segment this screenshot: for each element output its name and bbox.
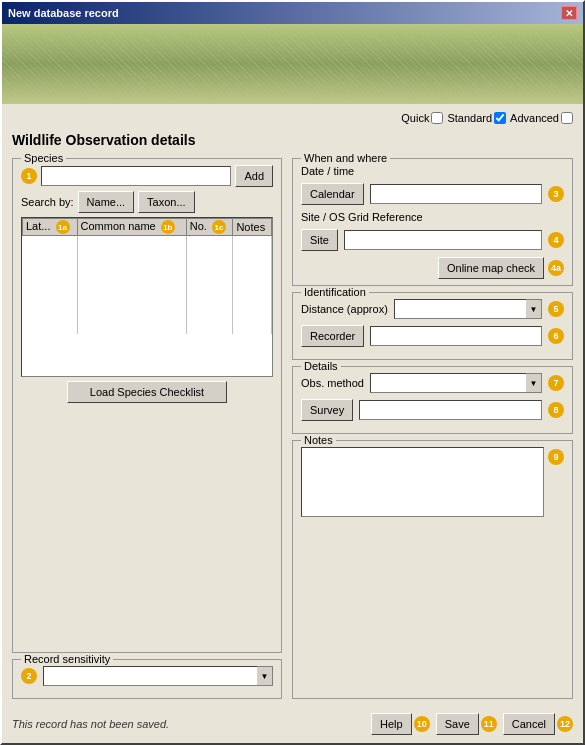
sensitivity-input[interactable] bbox=[43, 666, 257, 686]
site-os-label: Site / OS Grid Reference bbox=[301, 211, 423, 223]
recorder-row: Recorder Simon 6 bbox=[301, 325, 564, 347]
quick-label: Quick bbox=[401, 112, 429, 124]
obs-method-arrow[interactable]: ▼ bbox=[526, 373, 542, 393]
online-map-button[interactable]: Online map check bbox=[438, 257, 544, 279]
sensitivity-dropdown-arrow[interactable]: ▼ bbox=[257, 666, 273, 686]
window-title: New database record bbox=[8, 7, 119, 19]
recorder-input[interactable]: Simon bbox=[370, 326, 542, 346]
site-label-row: Site / OS Grid Reference bbox=[301, 211, 564, 223]
table-row bbox=[23, 320, 272, 334]
left-panel: Species 1 Add Search by: Name... Taxon.. bbox=[12, 158, 282, 699]
identification-group: Identification Distance (approx) ▼ 5 Rec… bbox=[292, 292, 573, 360]
distance-badge: 5 bbox=[548, 301, 564, 317]
survey-row: Survey 8 bbox=[301, 399, 564, 421]
obs-method-input[interactable] bbox=[370, 373, 526, 393]
main-window: New database record ✕ Quick Standard Adv… bbox=[0, 0, 585, 745]
species-group-label: Species bbox=[21, 152, 66, 164]
name-button[interactable]: Name... bbox=[78, 191, 135, 213]
notes-badge: 9 bbox=[548, 449, 564, 465]
record-sensitivity-row: 2 ▼ bbox=[21, 666, 273, 686]
species-input-row: 1 Add bbox=[21, 165, 273, 187]
survey-button[interactable]: Survey bbox=[301, 399, 353, 421]
add-button[interactable]: Add bbox=[235, 165, 273, 187]
table-row bbox=[23, 278, 272, 292]
date-time-label: Date / time bbox=[301, 165, 354, 177]
col-lat-badge: 1a bbox=[56, 220, 70, 234]
standard-checkbox[interactable] bbox=[494, 112, 506, 124]
help-button[interactable]: Help bbox=[371, 713, 412, 735]
record-sensitivity-label: Record sensitivity bbox=[21, 653, 113, 665]
load-species-button[interactable]: Load Species Checklist bbox=[67, 381, 227, 403]
obs-method-badge: 7 bbox=[548, 375, 564, 391]
species-group: Species 1 Add Search by: Name... Taxon.. bbox=[12, 158, 282, 653]
distance-label: Distance (approx) bbox=[301, 303, 388, 315]
content-area: Quick Standard Advanced Wildlife Observa… bbox=[2, 104, 583, 707]
survey-input[interactable] bbox=[359, 400, 542, 420]
species-input[interactable] bbox=[41, 166, 231, 186]
col-common-badge: 1b bbox=[161, 220, 175, 234]
main-row: Species 1 Add Search by: Name... Taxon.. bbox=[12, 158, 573, 699]
sensitivity-badge: 2 bbox=[21, 668, 37, 684]
site-button[interactable]: Site bbox=[301, 229, 338, 251]
record-sensitivity-group: Record sensitivity 2 ▼ bbox=[12, 659, 282, 699]
calendar-button[interactable]: Calendar bbox=[301, 183, 364, 205]
close-button[interactable]: ✕ bbox=[561, 6, 577, 20]
page-title: Wildlife Observation details bbox=[12, 132, 573, 148]
col-lat: Lat... 1a bbox=[23, 219, 78, 236]
title-bar: New database record ✕ bbox=[2, 2, 583, 24]
date-input[interactable]: 2nd Jul 2012 bbox=[370, 184, 542, 204]
right-panel: When and where Date / time Calendar 2nd … bbox=[292, 158, 573, 699]
calendar-row: Calendar 2nd Jul 2012 3 bbox=[301, 183, 564, 205]
species-table: Lat... 1a Common name 1b No. bbox=[22, 218, 272, 334]
online-map-badge: 4a bbox=[548, 260, 564, 276]
obs-method-row: Obs. method ▼ 7 bbox=[301, 373, 564, 393]
distance-input[interactable] bbox=[394, 299, 526, 319]
site-input[interactable] bbox=[344, 230, 542, 250]
quick-option: Quick bbox=[401, 112, 443, 124]
table-row bbox=[23, 292, 272, 306]
table-row bbox=[23, 236, 272, 250]
standard-label: Standard bbox=[447, 112, 492, 124]
distance-dropdown-arrow[interactable]: ▼ bbox=[526, 299, 542, 319]
date-time-row: Date / time bbox=[301, 165, 564, 177]
when-where-label: When and where bbox=[301, 152, 390, 164]
search-by-label: Search by: bbox=[21, 196, 74, 208]
distance-wrapper: ▼ bbox=[394, 299, 542, 319]
taxon-button[interactable]: Taxon... bbox=[138, 191, 195, 213]
when-where-group: When and where Date / time Calendar 2nd … bbox=[292, 158, 573, 286]
help-badge: 10 bbox=[414, 716, 430, 732]
details-label: Details bbox=[301, 360, 341, 372]
bottom-buttons: Help 10 Save 11 Cancel 12 bbox=[371, 713, 573, 735]
date-badge: 3 bbox=[548, 186, 564, 202]
notes-group: Notes 9 bbox=[292, 440, 573, 699]
save-badge: 11 bbox=[481, 716, 497, 732]
table-row bbox=[23, 264, 272, 278]
site-row: Site 4 bbox=[301, 229, 564, 251]
header-image bbox=[2, 24, 583, 104]
distance-row: Distance (approx) ▼ 5 bbox=[301, 299, 564, 319]
col-no-badge: 1c bbox=[212, 220, 226, 234]
identification-label: Identification bbox=[301, 286, 369, 298]
obs-method-label: Obs. method bbox=[301, 377, 364, 389]
advanced-label: Advanced bbox=[510, 112, 559, 124]
recorder-badge: 6 bbox=[548, 328, 564, 344]
advanced-checkbox[interactable] bbox=[561, 112, 573, 124]
status-text: This record has not been saved. bbox=[12, 718, 169, 730]
details-group: Details Obs. method ▼ 7 Survey 8 bbox=[292, 366, 573, 434]
species-badge: 1 bbox=[21, 168, 37, 184]
col-common: Common name 1b bbox=[77, 219, 186, 236]
notes-label: Notes bbox=[301, 434, 336, 446]
view-options: Quick Standard Advanced bbox=[12, 112, 573, 124]
cancel-button[interactable]: Cancel bbox=[503, 713, 555, 735]
cancel-badge: 12 bbox=[557, 716, 573, 732]
notes-textarea[interactable] bbox=[301, 447, 544, 517]
recorder-button[interactable]: Recorder bbox=[301, 325, 364, 347]
obs-method-wrapper: ▼ bbox=[370, 373, 542, 393]
bottom-bar: This record has not been saved. Help 10 … bbox=[2, 707, 583, 743]
col-no: No. 1c bbox=[186, 219, 233, 236]
quick-checkbox[interactable] bbox=[431, 112, 443, 124]
survey-badge: 8 bbox=[548, 402, 564, 418]
col-notes: Notes bbox=[233, 219, 272, 236]
save-button[interactable]: Save bbox=[436, 713, 479, 735]
sensitivity-dropdown-wrapper: ▼ bbox=[43, 666, 273, 686]
